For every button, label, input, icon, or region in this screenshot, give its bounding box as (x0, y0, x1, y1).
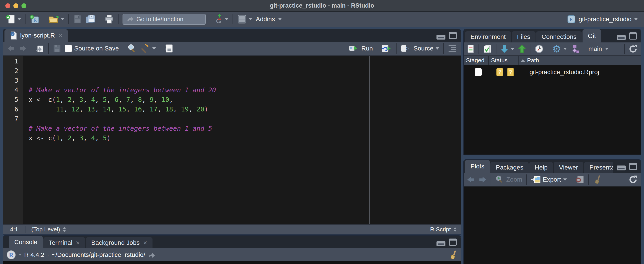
clear-all-plots-button[interactable] (591, 175, 604, 184)
export-plot-button[interactable]: Export (529, 175, 569, 184)
tab-connections[interactable]: Connections (536, 31, 582, 42)
addins-button[interactable]: Addins (254, 16, 284, 23)
tab-console[interactable]: Console (9, 236, 43, 248)
tab-label: Packages (496, 164, 523, 171)
tab-environment[interactable]: Environment (465, 31, 511, 42)
code-line[interactable] (28, 114, 461, 124)
previous-plot-button[interactable] (465, 176, 477, 183)
code-editor[interactable]: 1234567 # Make a vector of the integers … (3, 56, 461, 224)
code-line[interactable]: # Make a vector of the integers between … (28, 124, 461, 133)
maximize-pane-icon[interactable] (449, 32, 456, 39)
history-button[interactable] (533, 44, 546, 54)
close-tab-icon[interactable]: × (143, 239, 147, 247)
source-button[interactable]: Source (399, 44, 441, 52)
minimize-pane-icon[interactable] (436, 241, 446, 246)
new-project-button[interactable]: R (28, 14, 42, 24)
open-file-button[interactable] (46, 14, 66, 24)
scope-selector[interactable]: (Top Level) (26, 226, 72, 233)
pull-button[interactable] (499, 44, 516, 54)
rerun-button[interactable] (380, 44, 394, 53)
close-tab-icon[interactable]: × (76, 239, 80, 247)
pull-dropdown-caret[interactable] (511, 48, 514, 50)
next-plot-button[interactable] (477, 176, 488, 183)
panes-grid-icon (237, 14, 247, 24)
code-tools-dropdown-caret[interactable] (152, 47, 156, 50)
tab-git[interactable]: Git (582, 29, 601, 42)
show-directory-icon[interactable] (148, 251, 156, 259)
save-all-button[interactable] (84, 14, 98, 24)
code-line[interactable]: # Make a vector of the integers between … (28, 85, 461, 95)
column-staged[interactable]: Staged (464, 56, 489, 65)
commit-button[interactable] (481, 44, 494, 53)
branch-selector[interactable]: main (586, 45, 610, 52)
find-replace-button[interactable] (126, 44, 138, 53)
open-dropdown-caret[interactable] (61, 18, 64, 20)
tab-help[interactable]: Help (529, 162, 553, 173)
zoom-plot-button[interactable]: Zoom (493, 175, 524, 184)
code-line[interactable] (28, 143, 461, 153)
source-on-save-toggle[interactable]: Source on Save (63, 45, 120, 52)
version-control-button[interactable]: G (212, 14, 230, 24)
column-path[interactable]: Path (518, 56, 641, 65)
remove-plot-button[interactable] (574, 175, 586, 184)
maximize-pane-icon[interactable] (629, 32, 637, 39)
refresh-button[interactable] (627, 44, 640, 53)
print-button[interactable] (102, 14, 116, 24)
project-dropdown-caret[interactable] (634, 18, 638, 20)
staged-checkbox[interactable] (475, 68, 482, 76)
panes-dropdown-caret[interactable] (249, 18, 252, 20)
show-in-new-window-button[interactable] (34, 44, 46, 53)
maximize-pane-icon[interactable] (449, 239, 456, 246)
addins-dropdown-caret[interactable] (278, 18, 282, 20)
refresh-plots-button[interactable] (627, 175, 640, 184)
goto-file-function-input[interactable]: Go to file/function (122, 14, 206, 25)
git-settings-dropdown-caret[interactable] (563, 48, 567, 50)
workspace-panes-button[interactable] (235, 14, 254, 24)
r-version-dropdown-caret[interactable] (19, 254, 22, 256)
source-on-save-checkbox[interactable] (65, 45, 72, 52)
tab-packages[interactable]: Packages (490, 162, 528, 173)
save-source-button[interactable] (51, 44, 63, 53)
minimize-pane-icon[interactable] (436, 35, 446, 39)
version-control-dropdown-caret[interactable] (225, 18, 228, 20)
document-outline-button[interactable] (446, 45, 458, 52)
maximize-pane-icon[interactable] (629, 163, 637, 170)
tab-viewer[interactable]: Viewer (554, 162, 584, 173)
console-output[interactable] (3, 261, 461, 264)
minimize-pane-icon[interactable] (617, 35, 626, 40)
compile-report-button[interactable] (162, 44, 176, 53)
tab-lyon-script[interactable]: R lyon-script.R × (4, 29, 68, 42)
branch-dropdown-caret[interactable] (605, 48, 609, 50)
code-tools-button[interactable] (138, 43, 158, 53)
run-button[interactable]: Run (347, 44, 374, 52)
branch-button[interactable] (569, 44, 582, 54)
tab-terminal[interactable]: Terminal × (44, 237, 85, 248)
code-line[interactable]: x <- c(1, 2, 3, 4, 5, 6, 7, 8, 9, 10, (28, 95, 461, 105)
new-file-button[interactable] (4, 14, 23, 24)
clear-console-icon[interactable] (448, 250, 458, 260)
push-button[interactable] (516, 44, 528, 54)
code-line[interactable]: x <- c(1, 2, 3, 4, 5) (28, 133, 461, 143)
minimize-pane-icon[interactable] (617, 166, 626, 170)
git-file-row[interactable]: ? ? git-practice_rstudio.Rproj (464, 65, 641, 79)
editor-status-bar: 4:1 (Top Level) R Script (3, 224, 461, 234)
diff-button[interactable] (465, 44, 476, 53)
file-type-selector[interactable]: R Script (426, 225, 461, 234)
back-button[interactable] (5, 45, 17, 52)
editor-code[interactable]: # Make a vector of the integers between … (23, 56, 461, 224)
code-line[interactable]: 11, 12, 13, 14, 15, 16, 17, 18, 19, 20) (28, 105, 461, 114)
line-number: 1 (3, 56, 18, 66)
tab-plots[interactable]: Plots (465, 160, 490, 173)
column-status[interactable]: Status (489, 56, 518, 65)
new-file-dropdown-caret[interactable] (18, 18, 21, 20)
export-dropdown-caret[interactable] (563, 179, 567, 181)
save-button[interactable] (71, 14, 84, 24)
tab-files[interactable]: Files (512, 31, 536, 42)
project-chooser[interactable]: R git-practice_rstudio (567, 15, 640, 24)
tab-background-jobs[interactable]: Background Jobs × (86, 237, 152, 248)
close-tab-icon[interactable]: × (58, 32, 62, 39)
run-label: Run (361, 45, 373, 52)
git-settings-button[interactable]: ⚙ (550, 44, 569, 54)
forward-button[interactable] (17, 45, 28, 52)
source-dropdown-caret[interactable] (436, 47, 439, 50)
